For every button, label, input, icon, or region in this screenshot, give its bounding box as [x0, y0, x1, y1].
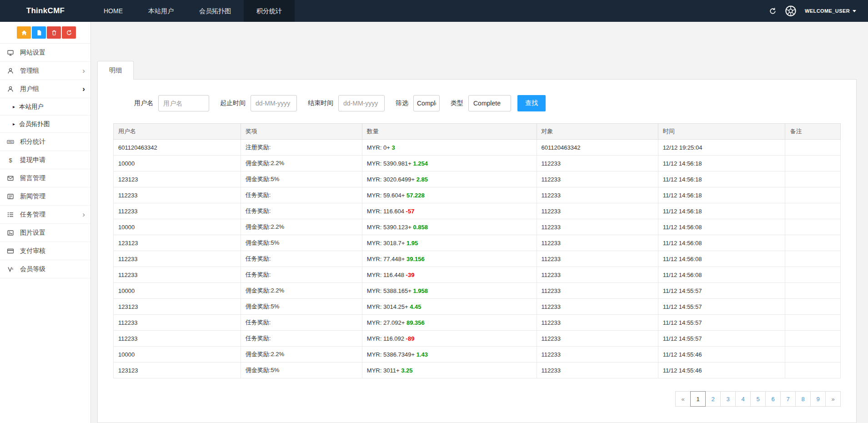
sidebar-item-10[interactable]: s会员等级 — [0, 260, 90, 278]
page-button-5[interactable]: 5 — [750, 391, 766, 407]
cell-amount: MYR: 5390.123+ 0.858 — [362, 219, 537, 235]
visa-icon: VISA — [7, 138, 18, 146]
sidebar-subitem-2-0[interactable]: ▸本站用户 — [0, 98, 90, 116]
page-button-2[interactable]: 2 — [705, 391, 721, 407]
table-row: 112233任务奖励:MYR: 116.448 -3911223311/12 1… — [114, 267, 841, 283]
amount-base: MYR: 0+ — [367, 144, 392, 151]
cell-note — [785, 267, 841, 283]
sidebar-subitem-2-1[interactable]: ▸会员拓扑图 — [0, 116, 90, 133]
sidebar-item-0[interactable]: 网站设置 — [0, 44, 90, 62]
column-header: 备注 — [785, 124, 841, 140]
start-date-input[interactable] — [251, 95, 297, 111]
mail-icon — [7, 175, 18, 182]
page-prev-button[interactable]: « — [675, 391, 691, 407]
page-button-7[interactable]: 7 — [780, 391, 796, 407]
navbar-item-2[interactable]: 会员拓扑图 — [186, 0, 244, 22]
cell-username: 123123 — [114, 171, 241, 187]
column-header: 用户名 — [114, 124, 241, 140]
page-next-button[interactable]: » — [825, 391, 841, 407]
sidebar-item-8[interactable]: 图片设置 — [0, 224, 90, 242]
cell-target: 112233 — [537, 187, 658, 203]
page-button-8[interactable]: 8 — [795, 391, 811, 407]
page-button-3[interactable]: 3 — [720, 391, 736, 407]
cell-note — [785, 187, 841, 203]
page-button-1[interactable]: 1 — [690, 391, 706, 407]
cell-note — [785, 331, 841, 347]
amount-base: MYR: 5390.123+ — [367, 224, 413, 231]
cell-username: 123123 — [114, 235, 241, 251]
type-select[interactable] — [468, 95, 511, 111]
sidebar-item-4[interactable]: $提现申请 — [0, 151, 90, 169]
amount-base: MYR: 59.604+ — [367, 192, 406, 199]
sidebar-subitem-label: 本站用户 — [19, 103, 44, 111]
search-button[interactable]: 查找 — [517, 95, 546, 111]
cell-target: 112233 — [537, 283, 658, 299]
user-icon — [7, 86, 18, 93]
table-row: 112233任务奖励:MYR: 27.092+ 89.35611223311/1… — [114, 315, 841, 331]
cell-username: 123123 — [114, 363, 241, 378]
cell-prize: 佣金奖励:5% — [241, 171, 362, 187]
user-menu[interactable]: WELCOME_USER — [805, 8, 856, 14]
table-body: 601120463342注册奖励:MYR: 0+ 360112046334212… — [114, 140, 841, 378]
cell-target: 112233 — [537, 331, 658, 347]
tasks-icon — [7, 211, 18, 218]
sidebar-item-label: 管理组 — [20, 67, 82, 75]
column-header: 对象 — [537, 124, 658, 140]
amount-delta: 1.95 — [406, 240, 418, 247]
cell-username: 112233 — [114, 187, 241, 203]
table-row: 123123佣金奖励:5%MYR: 3014.25+ 4.4511223311/… — [114, 299, 841, 315]
cell-time: 11/12 14:55:46 — [658, 347, 785, 363]
navbar-menu: HOME本站用户会员拓扑图积分统计 — [91, 0, 295, 22]
navbar-item-0[interactable]: HOME — [91, 0, 135, 22]
sidebar-item-3[interactable]: VISA积分统计 — [0, 133, 90, 151]
cell-prize: 佣金奖励:5% — [241, 235, 362, 251]
file-quick-button[interactable] — [32, 26, 46, 39]
cell-target: 112233 — [537, 299, 658, 315]
cell-amount: MYR: 5388.165+ 1.958 — [362, 283, 537, 299]
username-input[interactable] — [158, 95, 209, 111]
cell-note — [785, 347, 841, 363]
cell-prize: 任务奖励: — [241, 331, 362, 347]
table-row: 10000佣金奖励:2.2%MYR: 5390.123+ 0.858112233… — [114, 219, 841, 235]
refresh-quick-button[interactable] — [62, 26, 76, 39]
cell-target: 112233 — [537, 363, 658, 378]
sidebar-item-7[interactable]: 任务管理› — [0, 206, 90, 224]
news-icon — [7, 193, 18, 200]
refresh-icon[interactable] — [769, 7, 777, 15]
trash-quick-button[interactable] — [47, 26, 61, 39]
sidebar-item-2[interactable]: 用户组› — [0, 80, 90, 98]
navbar-item-1[interactable]: 本站用户 — [135, 0, 186, 22]
cell-username: 10000 — [114, 347, 241, 363]
home-quick-button[interactable] — [17, 26, 31, 39]
page-button-4[interactable]: 4 — [735, 391, 751, 407]
avatar-icon[interactable] — [784, 4, 798, 18]
sidebar-item-9[interactable]: 支付审核 — [0, 242, 90, 260]
points-table: 用户名奖项数量对象时间备注 601120463342注册奖励:MYR: 0+ 3… — [113, 123, 841, 378]
cell-target: 112233 — [537, 267, 658, 283]
tab-detail[interactable]: 明细 — [97, 61, 134, 80]
cell-prize: 任务奖励: — [241, 251, 362, 267]
cell-username: 10000 — [114, 283, 241, 299]
table-row: 112233任务奖励:MYR: 116.604 -5711223311/12 1… — [114, 203, 841, 219]
amount-base: MYR: 116.092 — [367, 335, 406, 342]
amount-delta: 39.156 — [406, 256, 425, 262]
amount-base: MYR: 5386.7349+ — [367, 351, 416, 358]
page-button-9[interactable]: 9 — [810, 391, 826, 407]
sidebar-item-1[interactable]: 管理组› — [0, 62, 90, 80]
cell-target: 112233 — [537, 251, 658, 267]
navbar-item-3[interactable]: 积分统计 — [244, 0, 295, 22]
amount-delta: 4.45 — [410, 303, 421, 310]
cell-prize: 佣金奖励:5% — [241, 299, 362, 315]
sidebar-item-6[interactable]: 新闻管理 — [0, 187, 90, 206]
cell-username: 10000 — [114, 156, 241, 171]
page-button-6[interactable]: 6 — [765, 391, 781, 407]
end-date-input[interactable] — [338, 95, 385, 111]
cell-prize: 佣金奖励:2.2% — [241, 283, 362, 299]
amount-delta: -39 — [406, 272, 415, 278]
sidebar-subitem-label: 会员拓扑图 — [19, 120, 50, 128]
table-row: 112233任务奖励:MYR: 116.092 -8911223311/12 1… — [114, 331, 841, 347]
sidebar-item-5[interactable]: 留言管理 — [0, 169, 90, 187]
filter-input[interactable] — [413, 95, 440, 111]
brand-logo[interactable]: ThinkCMF — [0, 6, 91, 15]
sidebar-item-label: 任务管理 — [20, 211, 82, 219]
